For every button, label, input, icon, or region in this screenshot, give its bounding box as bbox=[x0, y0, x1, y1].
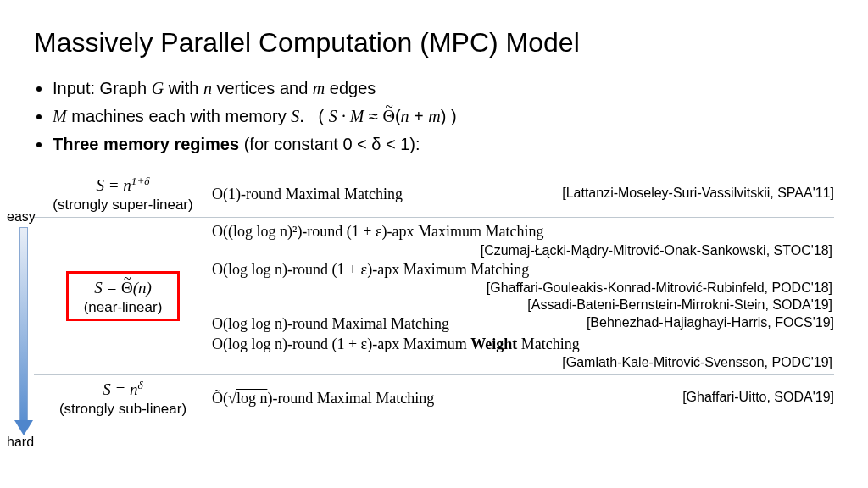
arrow-label-hard: hard bbox=[7, 435, 34, 450]
regimes-table: S = n1+δ (strongly super-linear) O(1)-ro… bbox=[34, 175, 834, 421]
bullet-1: Input: Graph G with n vertices and m edg… bbox=[53, 75, 834, 102]
regime-row-superlinear: S = n1+δ (strongly super-linear) O(1)-ro… bbox=[34, 175, 834, 217]
regime-row-nearlinear: S = Θ(n) (near-linear) O((log log n)²)-r… bbox=[34, 217, 834, 374]
highlight-box: S = Θ(n) (near-linear) bbox=[66, 271, 181, 322]
regime-row-sublinear: S = nδ (strongly sub-linear) Õ(√log n)-r… bbox=[34, 374, 834, 421]
difficulty-arrow-icon bbox=[17, 227, 29, 434]
citation: [Ghaffari-Uitto, SODA'19] bbox=[682, 389, 834, 406]
result-text: O(1)-round Maximal Matching bbox=[212, 186, 403, 202]
bullet-list: Input: Graph G with n vertices and m edg… bbox=[34, 75, 834, 158]
citation: [Lattanzi-Moseley-Suri-Vassilvitskii, SP… bbox=[562, 185, 834, 202]
bullet-3: Three memory regimes (for constant 0 < δ… bbox=[53, 131, 834, 158]
arrow-label-easy: easy bbox=[7, 209, 36, 225]
bullet-2: M machines each with memory S. ( S · M ≈… bbox=[53, 103, 834, 130]
slide-title: Massively Parallel Computation (MPC) Mod… bbox=[34, 27, 834, 58]
